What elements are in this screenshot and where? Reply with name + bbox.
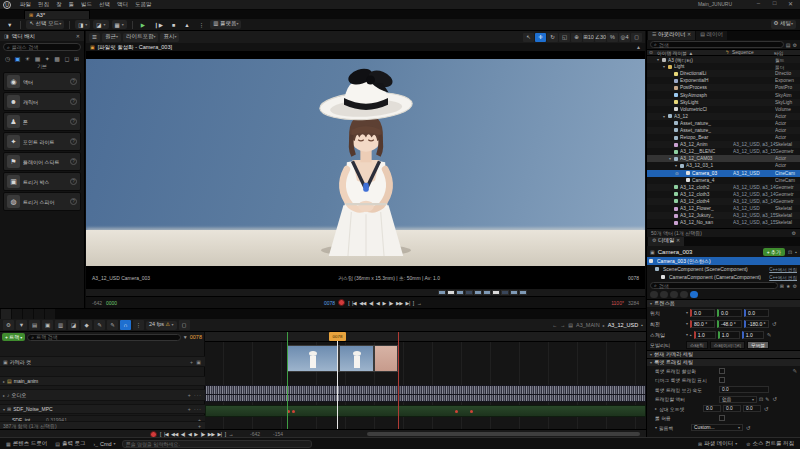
location-x-field[interactable]: 0.0 [690, 309, 715, 317]
eject-pilot-icon[interactable]: ▲ [636, 44, 641, 50]
chevron-down-icon[interactable]: ▾ [655, 425, 657, 430]
place-actor-item[interactable]: ✦ 포인트 라이트 ? [3, 132, 81, 151]
tab-layers[interactable]: ▤ 레이어 [696, 31, 727, 40]
transform-section-header[interactable]: ▾트랜스폼 [647, 299, 800, 307]
audio-options-icon[interactable]: ··· [194, 392, 202, 398]
category-basic-icon[interactable]: ▣ [15, 55, 21, 62]
filmstrip-scrub-bar[interactable] [86, 288, 645, 296]
console-input[interactable] [126, 441, 308, 447]
mpc-options-icon[interactable]: ··· [194, 406, 202, 412]
to-end-button[interactable]: ] [413, 300, 414, 306]
mpc-track[interactable]: ▾ ⊞ SDF_Noise_MPC + ··· [0, 404, 205, 414]
view-mode-button[interactable]: 라이트포함▾ [123, 33, 159, 42]
browse-icon[interactable]: ⊡ [788, 249, 792, 255]
menu-select[interactable]: 선택 [99, 1, 110, 8]
outliner-row[interactable]: A3_12_Anim A3_12_USD, a3_14_FB Skeletal [647, 141, 800, 148]
eject-button[interactable]: ▲ [181, 20, 192, 29]
playback-end-marker[interactable] [398, 332, 399, 429]
rotation-z-field[interactable]: -180.0 ° [744, 320, 769, 328]
scale-x-field[interactable]: 1.0 [694, 331, 716, 339]
viewport-options-icon[interactable]: ☰ [89, 33, 100, 42]
camera-cuts-track[interactable]: ▣ 카메라 컷 + ▣ [0, 356, 205, 367]
camera-cut-thumbnail[interactable] [374, 345, 398, 372]
place-actor-item[interactable]: ☻ 캐릭터 ? [3, 92, 81, 111]
location-y-field[interactable]: 0.0 [717, 309, 742, 317]
tab-outliner[interactable]: ☰ 아웃라이너 ✕ [648, 31, 695, 40]
chevron-down-icon[interactable]: ▾ [686, 310, 688, 315]
playhead-line[interactable] [337, 332, 338, 429]
rotation-y-field[interactable]: -48.0 ° [717, 320, 742, 328]
output-log-button[interactable]: ▤ 출력 로그 [53, 439, 87, 448]
outliner-row[interactable]: PostProcess PostPro [647, 84, 800, 91]
bottom-tab[interactable] [1, 309, 11, 319]
menu-tools[interactable]: 툴 [69, 1, 75, 8]
bottom-tab[interactable] [23, 309, 33, 319]
outliner-row[interactable]: ▾ A3_12 Actor [647, 113, 800, 120]
expander-icon[interactable]: ▸ [3, 393, 5, 398]
outliner-row[interactable]: Asset_nature_ Actor [647, 127, 800, 134]
place-actor-item[interactable]: ♟ 폰 ? [3, 112, 81, 131]
details-settings-icon[interactable]: ⚙ [793, 283, 797, 289]
settings-button[interactable]: ⚙ 세팅▾ [771, 20, 796, 29]
outliner-row[interactable]: ⊙ Camera_03 A3_12_USD CineCam [647, 170, 800, 177]
play-button[interactable]: ▶ [138, 20, 148, 29]
to-start-button[interactable]: [ [348, 300, 349, 306]
bottom-tab[interactable] [34, 309, 44, 319]
stop-button[interactable]: ■ [169, 20, 178, 29]
close-button[interactable]: ✕ [784, 0, 797, 7]
sequencer-options-icon[interactable]: ⚙ [3, 320, 14, 330]
forward-icon[interactable]: → [560, 322, 565, 328]
category-geometry-icon[interactable]: ▩ [54, 55, 60, 62]
component-row[interactable]: Camera_003 (인스턴스) [647, 257, 800, 265]
folder-track[interactable]: ▸ ▤ main_anim [0, 376, 205, 386]
outliner-row[interactable]: ▾ A3_12_03_1 Actor [647, 162, 800, 169]
expander-icon[interactable]: ▸ [655, 406, 657, 411]
save-sequence-icon[interactable]: ▼ [16, 320, 27, 330]
console-input-box[interactable] [122, 440, 312, 448]
bottom-tab[interactable] [45, 309, 55, 319]
lookat-speed-field[interactable]: 0.0 [719, 386, 769, 393]
close-icon[interactable]: ✕ [76, 33, 80, 39]
outliner-row[interactable]: ▾ A3_12_CAM03 Actor [647, 155, 800, 162]
audio-waveform-section[interactable] [205, 385, 646, 402]
track-search-input[interactable] [36, 334, 177, 340]
rotation-snap-icon[interactable]: ∠30 [595, 33, 606, 42]
lookat-debug-checkbox[interactable] [719, 377, 725, 383]
level-tab[interactable]: ⊞ A3* [24, 10, 90, 19]
expander-icon[interactable]: ▸ [3, 379, 5, 384]
curve-editor-icon[interactable]: ◻ [179, 320, 190, 330]
back-icon[interactable]: ← [552, 322, 557, 328]
cmd-dropdown[interactable]: ›_ Cmd▾ [92, 439, 118, 448]
show-button[interactable]: 표시▾ [160, 33, 179, 42]
find-in-browser-icon[interactable]: ▤ [29, 320, 40, 330]
add-camera-cut-icon[interactable]: + [190, 359, 194, 365]
category-cinematic-icon[interactable]: ▦ [35, 55, 41, 62]
add-audio-icon[interactable]: + [188, 392, 192, 398]
tracked-actor-dropdown[interactable]: 없음▾ [719, 396, 757, 403]
snap-icon[interactable]: ∩ [120, 320, 131, 330]
actions-icon[interactable]: ◆ [81, 320, 92, 330]
category-lights-icon[interactable]: ☀ [25, 55, 30, 62]
pick-actor-icon[interactable]: ⊡ [759, 396, 763, 402]
outliner-filter-icon[interactable]: ▤ [786, 42, 791, 48]
scale-edit-icon[interactable]: ✎ [767, 332, 772, 338]
section-chip[interactable] [680, 291, 688, 298]
keyframe-options-icon[interactable]: ✎ [94, 320, 105, 330]
timeline-scrollbar[interactable] [367, 432, 640, 436]
class-search-box[interactable]: ⌕ [3, 43, 81, 51]
outliner-row[interactable]: VolumetricCl Volume [647, 106, 800, 113]
current-time-display[interactable]: 0078 [190, 334, 202, 340]
type-column-header[interactable]: 타입 [774, 50, 798, 56]
details-search-box[interactable]: ⌕ [650, 282, 778, 289]
lock-icon[interactable]: ▪ [641, 322, 643, 328]
breadcrumb-root[interactable]: A3_MAIN [576, 322, 600, 328]
outliner-footer-settings-icon[interactable]: ⚙ [792, 230, 796, 236]
camera-cut-thumbnail[interactable] [287, 345, 339, 372]
grid-snap-icon[interactable]: ⊞10 [583, 33, 594, 42]
outliner-row[interactable]: Camera_4 CineCam [647, 177, 800, 184]
class-search-input[interactable] [12, 44, 77, 50]
cpp-edit-link[interactable]: C++에서 편집 [769, 275, 797, 280]
mobility-static-button[interactable]: 스태틱 [686, 341, 708, 349]
reset-icon[interactable]: ↺ [764, 406, 769, 412]
rotation-x-field[interactable]: 80.0 ° [690, 320, 715, 328]
